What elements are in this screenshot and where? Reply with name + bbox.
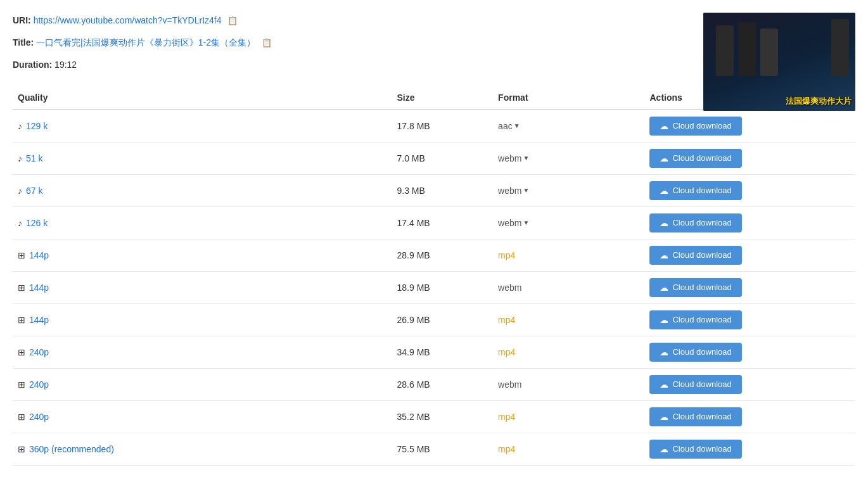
format-label: mp4 (498, 347, 515, 357)
cloud-download-icon: ☁ (660, 347, 668, 357)
thumbnail-text: 法国爆爽动作大片 (786, 96, 852, 107)
download-btn-label: Cloud download (672, 379, 731, 389)
uri-link[interactable]: https://www.youtube.com/watch?v=TkYDLrIz… (34, 15, 222, 25)
cloud-download-button[interactable]: ☁ Cloud download (649, 343, 741, 362)
cloud-download-icon: ☁ (660, 379, 668, 390)
downloads-table-section: Quality Size Format Actions ♪ 129 k 17.8… (13, 86, 855, 466)
format-label: webm (498, 153, 521, 163)
table-row: ⊞ 240p 28.6 MB webm ☁ Cloud download (13, 368, 855, 400)
quality-icon: ♪ (18, 121, 22, 131)
download-btn-label: Cloud download (672, 218, 731, 227)
quality-label: 51 k (26, 153, 42, 163)
quality-icon: ⊞ (18, 315, 25, 325)
cloud-download-button[interactable]: ☁ Cloud download (649, 117, 741, 136)
format-dropdown-arrow[interactable]: ▼ (523, 219, 529, 226)
size-cell: 7.0 MB (392, 142, 494, 174)
quality-label: 129 k (26, 121, 48, 131)
size-cell: 35.2 MB (392, 400, 494, 433)
uri-row: URI: https://www.youtube.com/watch?v=TkY… (13, 13, 678, 29)
size-cell: 28.9 MB (392, 239, 494, 271)
table-row: ⊞ 144p 26.9 MB mp4 ☁ Cloud download (13, 303, 855, 336)
format-dropdown-arrow[interactable]: ▼ (523, 155, 529, 162)
quality-label: 240p (29, 412, 49, 422)
cloud-download-button[interactable]: ☁ Cloud download (649, 278, 741, 297)
col-header-quality: Quality (13, 86, 392, 110)
table-row: ⊞ 144p 28.9 MB mp4 ☁ Cloud download (13, 239, 855, 271)
cloud-download-button[interactable]: ☁ Cloud download (649, 246, 741, 265)
format-label: mp4 (498, 412, 515, 422)
size-cell: 75.5 MB (392, 433, 494, 465)
download-btn-label: Cloud download (672, 444, 731, 454)
cloud-download-icon: ☁ (660, 412, 668, 422)
format-dropdown-arrow[interactable]: ▼ (514, 122, 520, 129)
table-row: ♪ 129 k 17.8 MB aac ▼ ☁ Cloud download (13, 110, 855, 143)
size-cell: 28.6 MB (392, 368, 494, 400)
quality-icon: ♪ (18, 218, 22, 228)
copy-title-icon[interactable]: 📋 (262, 35, 272, 50)
copy-uri-icon[interactable]: 📋 (227, 13, 238, 28)
format-label: mp4 (498, 444, 515, 454)
cloud-download-button[interactable]: ☁ Cloud download (649, 375, 741, 394)
download-btn-label: Cloud download (672, 347, 731, 357)
download-btn-label: Cloud download (672, 250, 731, 260)
title-row: Title: 一口气看完|法国爆爽动作片《暴力街区》1-2集（全集） 📋 (13, 35, 678, 51)
cloud-download-icon: ☁ (660, 218, 668, 228)
table-row: ⊞ 240p 34.9 MB mp4 ☁ Cloud download (13, 336, 855, 368)
title-text: 一口气看完|法国爆爽动作片《暴力街区》1-2集（全集） (36, 37, 255, 48)
title-label: Title: (13, 37, 34, 48)
quality-label: 240p (29, 347, 49, 357)
format-label: webm (498, 379, 521, 390)
cloud-download-icon: ☁ (660, 315, 668, 325)
download-btn-label: Cloud download (672, 283, 731, 292)
size-cell: 17.4 MB (392, 207, 494, 239)
download-btn-label: Cloud download (672, 121, 731, 130)
duration-label: Duration: (13, 60, 52, 70)
size-cell: 17.8 MB (392, 110, 494, 143)
table-row: ♪ 67 k 9.3 MB webm ▼ ☁ Cloud download (13, 174, 855, 207)
cloud-download-button[interactable]: ☁ Cloud download (649, 407, 741, 426)
col-header-size: Size (392, 86, 494, 110)
cloud-download-icon: ☁ (660, 250, 668, 260)
cloud-download-icon: ☁ (660, 444, 668, 454)
quality-icon: ⊞ (18, 250, 25, 260)
size-cell: 18.9 MB (392, 271, 494, 303)
quality-label: 144p (29, 283, 49, 293)
format-label: mp4 (498, 315, 515, 325)
table-row: ♪ 51 k 7.0 MB webm ▼ ☁ Cloud download (13, 142, 855, 174)
cloud-download-button[interactable]: ☁ Cloud download (649, 181, 741, 200)
download-btn-label: Cloud download (672, 186, 731, 195)
thumbnail: 法国爆爽动作大片 (703, 13, 855, 111)
cloud-download-button[interactable]: ☁ Cloud download (649, 310, 741, 329)
format-dropdown-arrow[interactable]: ▼ (523, 187, 529, 194)
cloud-download-icon: ☁ (660, 153, 668, 163)
format-label: mp4 (498, 250, 515, 260)
duration-value: 19:12 (54, 60, 77, 70)
quality-label: 126 k (26, 218, 48, 228)
format-label: webm (498, 283, 521, 293)
quality-label: 240p (29, 379, 49, 390)
col-header-format: Format (493, 86, 644, 110)
quality-icon: ⊞ (18, 347, 25, 357)
format-label: aac (498, 121, 513, 131)
uri-label: URI: (13, 15, 31, 25)
quality-label: 67 k (26, 186, 42, 196)
quality-label: 360p (recommended) (29, 444, 114, 454)
download-btn-label: Cloud download (672, 315, 731, 324)
size-cell: 26.9 MB (392, 303, 494, 336)
quality-icon: ⊞ (18, 444, 25, 454)
size-cell: 9.3 MB (392, 174, 494, 207)
quality-icon: ♪ (18, 153, 22, 163)
cloud-download-icon: ☁ (660, 186, 668, 196)
table-row: ⊞ 144p 18.9 MB webm ☁ Cloud download (13, 271, 855, 303)
cloud-download-button[interactable]: ☁ Cloud download (649, 213, 741, 232)
size-cell: 34.9 MB (392, 336, 494, 368)
cloud-download-button[interactable]: ☁ Cloud download (649, 149, 741, 168)
cloud-download-button[interactable]: ☁ Cloud download (649, 440, 741, 459)
table-row: ♪ 126 k 17.4 MB webm ▼ ☁ Cloud download (13, 207, 855, 239)
cloud-download-icon: ☁ (660, 121, 668, 131)
quality-icon: ⊞ (18, 412, 25, 422)
cloud-download-icon: ☁ (660, 283, 668, 293)
format-label: webm (498, 186, 521, 196)
quality-icon: ⊞ (18, 283, 25, 293)
download-btn-label: Cloud download (672, 153, 731, 163)
